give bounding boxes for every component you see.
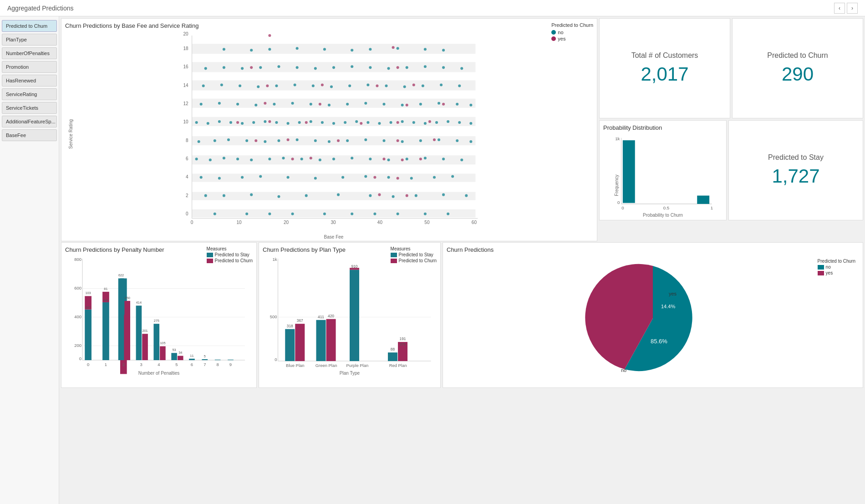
svg-point-45	[392, 195, 395, 198]
svg-point-177	[376, 85, 378, 87]
penalty-stay-rect	[207, 253, 213, 257]
svg-point-30	[268, 213, 271, 215]
svg-point-145	[291, 102, 294, 105]
svg-point-64	[397, 177, 399, 179]
svg-point-81	[460, 158, 463, 161]
svg-point-122	[344, 121, 346, 124]
svg-point-155	[469, 104, 472, 107]
sidebar-item-servicerating[interactable]: ServiceRating	[2, 88, 57, 100]
svg-point-136	[305, 121, 308, 124]
svg-text:88: 88	[391, 347, 395, 351]
svg-text:622: 622	[118, 273, 124, 277]
plantype-measures-title: Measures	[391, 246, 437, 251]
scatter-y-label: Service Rating	[68, 119, 73, 149]
svg-text:4: 4	[158, 362, 160, 367]
svg-text:18: 18	[183, 46, 188, 51]
plantype-panel: Churn Predictions by Plan Type 1k 500 0	[259, 242, 441, 388]
svg-point-73	[319, 158, 321, 161]
svg-rect-7	[192, 80, 476, 90]
nav-prev-button[interactable]: ‹	[834, 3, 845, 14]
svg-text:60: 60	[472, 220, 477, 225]
scatter-x-label: Base Fee	[74, 234, 593, 239]
plantype-chart: 1k 500 0 318 367 411	[263, 255, 437, 370]
pie-legend-no: no	[818, 265, 855, 270]
svg-rect-245	[153, 324, 159, 360]
svg-point-146	[310, 103, 312, 106]
svg-point-129	[424, 122, 427, 125]
svg-point-50	[406, 194, 408, 197]
svg-text:4: 4	[186, 174, 188, 179]
svg-point-123	[355, 120, 358, 123]
nav-next-button[interactable]: ›	[847, 3, 858, 14]
sidebar-item-additionalfeature[interactable]: AdditionalFeatureSp...	[2, 116, 57, 127]
svg-text:0: 0	[186, 211, 188, 216]
svg-text:201: 201	[142, 329, 148, 333]
svg-text:441: 441	[103, 298, 108, 302]
sidebar-item-basefee[interactable]: BaseFee	[2, 129, 57, 141]
sidebar-item-predicted-churn[interactable]: Predicted to Chum	[2, 20, 57, 32]
svg-point-33	[351, 213, 353, 215]
svg-rect-250	[178, 356, 183, 360]
scatter-yes-dot	[551, 36, 556, 41]
sidebar-item-servicetickets[interactable]: ServiceTickets	[2, 102, 57, 114]
plantype-stay-label: Predicted to Stay	[399, 252, 433, 257]
svg-point-161	[220, 84, 223, 87]
svg-point-92	[277, 139, 280, 142]
svg-point-39	[223, 194, 225, 197]
predicted-stay-label: Predicted to Stay	[768, 153, 824, 162]
svg-rect-280	[326, 319, 336, 361]
svg-text:2: 2	[186, 193, 188, 198]
svg-point-195	[397, 66, 399, 69]
sidebar-item-promotion[interactable]: Promotion	[2, 61, 57, 73]
svg-point-38	[204, 194, 207, 197]
svg-text:85.6%: 85.6%	[651, 338, 667, 345]
sidebar-item-hasrenewed[interactable]: HasRenewed	[2, 75, 57, 87]
svg-point-176	[321, 84, 324, 87]
svg-point-171	[403, 86, 406, 88]
svg-text:Green Plan: Green Plan	[315, 363, 337, 368]
header-nav: ‹ ›	[834, 3, 858, 14]
svg-text:0: 0	[621, 205, 624, 210]
svg-point-133	[469, 122, 472, 125]
svg-point-135	[268, 120, 271, 123]
svg-point-80	[442, 158, 445, 160]
svg-point-137	[360, 122, 362, 125]
svg-point-77	[387, 158, 390, 161]
sidebar-item-plantype[interactable]: PlanType	[2, 34, 57, 46]
svg-text:53: 53	[173, 348, 176, 352]
scatter-legend-no: no	[551, 30, 593, 35]
svg-point-153	[438, 102, 440, 105]
sidebar-item-penalties[interactable]: NumberOfPenalties	[2, 47, 57, 59]
svg-text:400: 400	[74, 314, 81, 319]
svg-point-93	[296, 138, 299, 141]
svg-point-147	[328, 104, 331, 107]
svg-point-95	[328, 140, 331, 143]
svg-point-185	[314, 67, 317, 70]
scatter-no-dot	[551, 30, 556, 35]
main-layout: Predicted to Chum PlanType NumberOfPenal…	[0, 16, 865, 504]
svg-rect-283	[350, 270, 359, 361]
svg-point-170	[385, 85, 388, 87]
svg-point-172	[422, 85, 424, 87]
svg-text:1k: 1k	[272, 257, 277, 262]
scatter-panel: Churn Predictions by Base Fee and Servic…	[61, 18, 597, 241]
penalty-churn-label: Predicted to Churn	[215, 258, 253, 263]
header: Aggregated Predictions ‹ ›	[0, 0, 865, 16]
svg-point-184	[296, 66, 299, 69]
probability-title: Probability Distribution	[603, 124, 723, 131]
svg-point-164	[275, 85, 278, 87]
prob-stay-row: Probability Distribution 1k 0	[599, 120, 863, 220]
svg-text:11: 11	[190, 354, 193, 358]
svg-point-154	[456, 103, 458, 106]
penalty-chart: 800 600 400 200 0	[65, 255, 253, 370]
svg-point-175	[266, 85, 269, 87]
svg-point-190	[406, 66, 408, 69]
svg-point-197	[250, 49, 253, 51]
svg-point-36	[424, 213, 427, 215]
pie-yes-label: yes	[826, 270, 833, 275]
svg-point-57	[341, 176, 344, 178]
svg-point-151	[401, 104, 404, 107]
svg-point-112	[229, 121, 232, 124]
predicted-stay-value: 1,727	[772, 165, 819, 187]
svg-point-207	[268, 34, 271, 37]
